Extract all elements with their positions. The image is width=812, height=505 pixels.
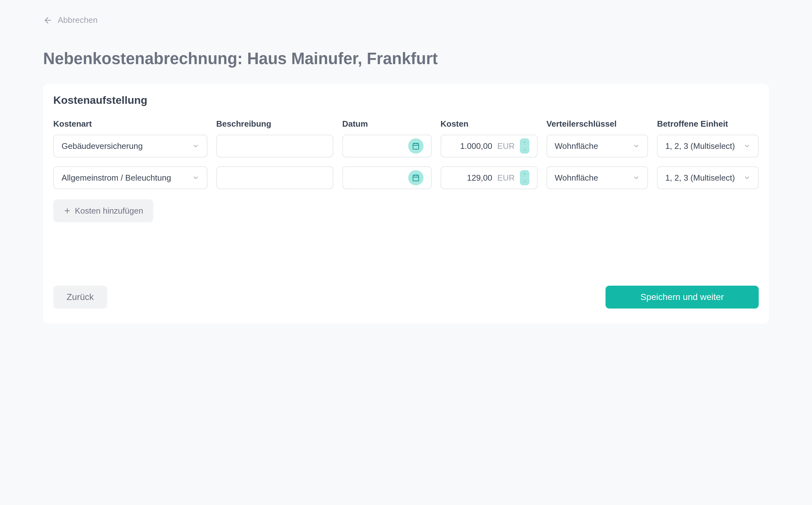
col-datum: Datum <box>342 119 432 129</box>
footer: Zurück Speichern und weiter <box>53 286 759 309</box>
datum-input[interactable] <box>342 135 432 157</box>
verteilerschluessel-select[interactable]: Wohnfläche <box>547 135 648 157</box>
chevron-up-icon[interactable] <box>520 170 529 178</box>
svg-rect-5 <box>413 175 419 181</box>
cancel-button[interactable]: Abbrechen <box>43 15 98 25</box>
col-beschreibung: Beschreibung <box>216 119 333 129</box>
chevron-down-icon <box>633 143 640 150</box>
kosten-currency: EUR <box>497 173 515 183</box>
kostenart-select[interactable]: Allgemeinstrom / Beleuchtung <box>53 166 208 189</box>
chevron-down-icon[interactable] <box>520 178 529 186</box>
verteilerschluessel-value: Wohnfläche <box>555 141 598 151</box>
chevron-down-icon <box>744 174 751 181</box>
table-row: Gebäudeversicherung 1.000,00 EUR <box>53 135 759 157</box>
table-header: Kostenart Beschreibung Datum Kosten Vert… <box>53 119 759 129</box>
quantity-stepper[interactable] <box>520 170 529 185</box>
chevron-down-icon <box>192 143 199 150</box>
col-kosten: Kosten <box>441 119 538 129</box>
kostenart-select[interactable]: Gebäudeversicherung <box>53 135 208 157</box>
kosten-currency: EUR <box>497 141 515 151</box>
betroffene-einheit-value: 1, 2, 3 (Multiselect) <box>665 141 735 151</box>
plus-icon <box>63 207 71 214</box>
chevron-up-icon[interactable] <box>520 138 529 146</box>
chevron-down-icon[interactable] <box>520 146 529 154</box>
betroffene-einheit-value: 1, 2, 3 (Multiselect) <box>665 173 735 183</box>
col-verteilerschluessel: Verteilerschlüssel <box>547 119 648 129</box>
kostenart-value: Gebäudeversicherung <box>61 141 143 151</box>
calendar-icon[interactable] <box>408 138 424 154</box>
beschreibung-input[interactable] <box>216 135 333 157</box>
kosten-input[interactable]: 1.000,00 EUR <box>441 135 538 157</box>
svg-rect-1 <box>413 144 419 149</box>
quantity-stepper[interactable] <box>520 138 529 154</box>
kostenart-value: Allgemeinstrom / Beleuchtung <box>61 173 171 183</box>
betroffene-einheit-select[interactable]: 1, 2, 3 (Multiselect) <box>657 166 759 189</box>
calendar-icon[interactable] <box>408 170 424 185</box>
kosten-input[interactable]: 129,00 EUR <box>441 166 538 189</box>
chevron-down-icon <box>192 174 199 181</box>
datum-input[interactable] <box>342 166 432 189</box>
verteilerschluessel-select[interactable]: Wohnfläche <box>547 166 648 189</box>
back-label: Zurück <box>67 292 94 302</box>
col-kostenart: Kostenart <box>53 119 208 129</box>
card-title: Kostenaufstellung <box>53 94 759 106</box>
betroffene-einheit-select[interactable]: 1, 2, 3 (Multiselect) <box>657 135 759 157</box>
add-cost-button[interactable]: Kosten hinzufügen <box>53 199 153 222</box>
page-title: Nebenkostenabrechnung: Haus Mainufer, Fr… <box>43 49 769 68</box>
back-button[interactable]: Zurück <box>53 286 107 309</box>
beschreibung-input[interactable] <box>216 166 333 189</box>
arrow-left-icon <box>43 16 53 25</box>
col-betroffene-einheit: Betroffene Einheit <box>657 119 759 129</box>
table-row: Allgemeinstrom / Beleuchtung 129,00 EUR <box>53 166 759 189</box>
save-continue-button[interactable]: Speichern und weiter <box>605 286 759 309</box>
kosten-value: 1.000,00 <box>449 141 492 151</box>
save-label: Speichern und weiter <box>640 292 724 302</box>
chevron-down-icon <box>633 174 640 181</box>
cancel-label: Abbrechen <box>58 15 98 25</box>
verteilerschluessel-value: Wohnfläche <box>555 173 598 183</box>
kosten-value: 129,00 <box>449 173 492 183</box>
chevron-down-icon <box>744 143 751 150</box>
add-cost-label: Kosten hinzufügen <box>75 206 143 216</box>
cost-card: Kostenaufstellung Kostenart Beschreibung… <box>43 84 769 324</box>
